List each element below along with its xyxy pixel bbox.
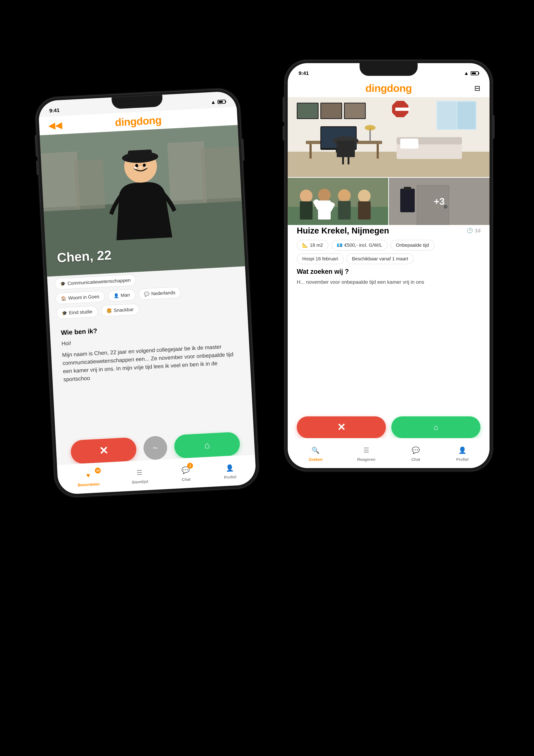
svg-rect-19 (377, 144, 379, 159)
volume-down-button[interactable] (36, 160, 39, 175)
nav-chat-label-front: Chat (411, 457, 420, 462)
svg-rect-18 (309, 144, 312, 159)
tag-work-label: Snackbar (114, 307, 134, 313)
tag-study-label: Communicatiewetenschappen (67, 277, 131, 286)
photo-count-overlay: +3 (389, 178, 490, 225)
accept-button-front[interactable]: ⌂ (391, 417, 480, 438)
app-logo-front: dingdong (365, 82, 412, 94)
listing-tag-price: 💶 €500,- incl. G/W/L (331, 240, 387, 251)
filter-icon[interactable]: ⊟ (474, 84, 480, 92)
back-arrow-icon[interactable]: ◀◀ (48, 120, 63, 131)
reject-button-back[interactable]: ✕ (70, 437, 137, 464)
battery-icon-back (217, 99, 226, 104)
svg-rect-16 (457, 102, 476, 129)
listing-tag-duration: Onbepaalde tijd (390, 240, 435, 251)
svg-rect-25 (342, 157, 344, 164)
available-label: Beschikbaar vanaf 1 maart (352, 256, 408, 262)
dot-1[interactable] (134, 167, 137, 169)
listing-tags: 📐 18 m2 💶 €500,- incl. G/W/L Onbepaalde … (297, 240, 480, 264)
clock-icon: 🕐 (467, 228, 473, 233)
size-label: 18 m2 (310, 242, 323, 248)
tag-gender-label: Man (121, 292, 130, 298)
profile-icon-back: 👤 (224, 462, 236, 474)
room-thumb-bathroom: +3 (389, 178, 490, 225)
bio-section: Wie ben ik? Hoi! Mijn naam is Chen, 22 j… (50, 319, 251, 384)
nav-chat-label-back: Chat (182, 477, 191, 482)
dot-3[interactable] (144, 166, 147, 169)
front-phone-screen: 9:41 ▲ dingdong ⊟ (288, 63, 490, 468)
maybe-button-back[interactable]: ~ (143, 435, 168, 460)
beoordelen-badge: 34 (95, 467, 101, 473)
front-volume-up[interactable] (283, 108, 284, 122)
front-power[interactable] (493, 115, 494, 139)
nav-stemlijst-label: Stemlijst (131, 479, 149, 485)
nav-chat-front[interactable]: 💬 Chat (410, 445, 422, 462)
chat-icon-front: 💬 (410, 445, 422, 456)
heart-icon: ♥ (82, 469, 94, 481)
listing-time: 🕐 1d (467, 228, 480, 233)
status-time-front: 9:41 (298, 70, 309, 76)
nav-stemlijst[interactable]: ☰ Stemlijst (131, 467, 149, 485)
study-icon: 🎓 (60, 281, 66, 286)
svg-point-42 (300, 190, 313, 202)
front-mute[interactable] (283, 97, 284, 108)
room-svg (288, 97, 490, 177)
mute-button[interactable] (35, 135, 37, 146)
time-ago: 1d (475, 228, 480, 233)
status-icons-back: ▲ (211, 98, 226, 105)
listing-title: Huize Krekel, Nijmegen (297, 226, 389, 235)
svg-rect-15 (437, 102, 457, 129)
list-icon: ☰ (133, 467, 146, 479)
dot-2[interactable] (139, 166, 142, 169)
front-phone-content: 9:41 ▲ dingdong ⊟ (288, 63, 490, 468)
price-label: €500,- incl. G/W/L (344, 242, 382, 248)
city-icon: 🏠 (61, 296, 67, 301)
app-header-front: dingdong ⊟ (288, 79, 490, 97)
section-body: H... november voor onbepaalde tijd een k… (297, 278, 480, 286)
reject-icon-front: ✕ (337, 421, 346, 433)
nav-zoeken-label: Zoeken (309, 457, 323, 462)
front-volume-down[interactable] (283, 126, 284, 140)
nav-reageren[interactable]: ☰ Reageren (357, 445, 375, 462)
price-icon: 💶 (337, 242, 343, 248)
tag-study: 🎓 Communicatiewetenschappen (54, 274, 136, 290)
reject-icon-back: ✕ (99, 444, 108, 457)
accept-button-back[interactable]: ⌂ (174, 432, 240, 459)
nav-chat-back[interactable]: 💬 2 Chat (180, 464, 192, 482)
tag-gender: 👤 Man (108, 289, 136, 302)
svg-rect-24 (337, 141, 355, 157)
listing-title-row: Huize Krekel, Nijmegen 🕐 1d (297, 226, 480, 235)
wat-zoeken-title: Wat zoeken wij ? (297, 268, 480, 275)
phone-front: 9:41 ▲ dingdong ⊟ (285, 61, 492, 471)
tag-language-label: Nederlands (151, 289, 176, 296)
tag-work: 🍔 Snackbar (101, 303, 139, 317)
bio-body: Mijn naam is Chen, 22 jaar en volgend co… (62, 342, 240, 384)
listing-tag-hospi: Hospi 16 februari (297, 254, 344, 264)
svg-rect-26 (348, 157, 350, 164)
svg-rect-3 (74, 159, 105, 209)
status-icons-front: ▲ (464, 70, 479, 76)
reject-button-front[interactable]: ✕ (297, 417, 386, 438)
nav-profiel-back[interactable]: 👤 Profiel (223, 462, 237, 480)
svg-point-46 (338, 189, 351, 202)
svg-rect-29 (400, 139, 418, 148)
edu-icon: 🎓 (62, 310, 67, 316)
accept-icon-front: ⌂ (434, 423, 438, 432)
back-phone-screen: 9:41 ▲ ◀◀ dingdong (38, 91, 257, 495)
accept-icon-back: ⌂ (204, 440, 210, 451)
power-button[interactable] (241, 139, 244, 161)
tag-city-label: Woont in Goes (68, 294, 99, 301)
nav-beoordelen[interactable]: ♥ 34 Beoordelen (77, 469, 100, 488)
people-svg (288, 178, 388, 225)
room-thumb-row: +3 (288, 178, 490, 225)
hospi-label: Hospi 16 februari (302, 256, 338, 262)
svg-rect-2 (41, 151, 80, 211)
room-images: +3 (288, 97, 490, 224)
nav-zoeken[interactable]: 🔍 Zoeken (309, 445, 323, 462)
listing-tag-available: Beschikbaar vanaf 1 maart (347, 254, 413, 264)
nav-profiel-front[interactable]: 👤 Profiel (456, 445, 468, 462)
notch-front (360, 63, 418, 76)
tags-section: 🎓 Communicatiewetenschappen 🏠 Woont in G… (47, 268, 247, 323)
chat-badge-back: 2 (187, 463, 193, 469)
svg-rect-33 (321, 103, 341, 118)
